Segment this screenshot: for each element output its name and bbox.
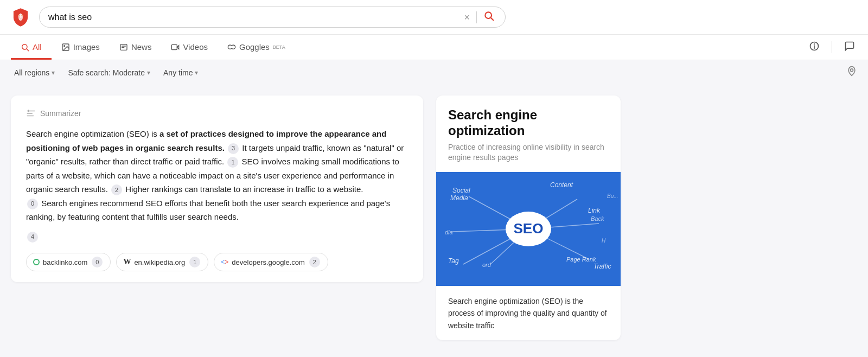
seo-diagram-svg: SEO Social Media Content Link Back Page … <box>436 172 621 286</box>
brave-logo <box>11 8 30 27</box>
svg-point-15 <box>814 43 815 44</box>
search-bar-divider <box>476 11 477 23</box>
svg-text:Traffic: Traffic <box>593 263 611 270</box>
source-backlinko[interactable]: backlinko.com 0 <box>26 253 111 271</box>
nav-divider <box>832 41 832 53</box>
svg-text:SEO: SEO <box>514 220 544 237</box>
nav-tabs: All Images News Videos GogglesBETA <box>0 35 868 60</box>
feedback-icon <box>844 41 855 52</box>
cite-badge-1[interactable]: 1 <box>227 157 238 168</box>
goggles-tab-icon <box>227 43 236 52</box>
search-bar[interactable]: × <box>39 7 506 28</box>
all-tab-icon <box>21 43 29 52</box>
right-panel: Search engine optimization Practice of i… <box>436 95 621 340</box>
source-google-cite: 2 <box>309 257 320 267</box>
svg-text:Page Rank: Page Rank <box>566 256 596 263</box>
summarizer-label: Summarizer <box>40 109 81 118</box>
time-label: Any time <box>163 68 193 77</box>
summarizer-header: Summarizer <box>26 109 408 118</box>
svg-text:Link: Link <box>588 207 601 214</box>
left-content: Summarizer Search engine optimization (S… <box>11 95 423 340</box>
svg-point-7 <box>63 45 65 46</box>
summary-p3: Higher rankings can translate to an incr… <box>125 184 363 194</box>
cite-badge-4[interactable]: 4 <box>27 232 38 243</box>
tab-goggles-label: Goggles <box>239 42 270 52</box>
svg-line-5 <box>27 49 29 51</box>
svg-text:Content: Content <box>550 181 573 189</box>
svg-point-0 <box>18 15 20 16</box>
tab-images-label: Images <box>73 42 100 52</box>
svg-rect-11 <box>172 44 177 49</box>
source-backlinko-cite: 0 <box>92 257 103 267</box>
header: × <box>0 0 868 35</box>
nav-right-icons <box>807 39 857 56</box>
videos-tab-icon <box>171 43 180 52</box>
source-wikipedia-name: en.wikipedia.org <box>134 258 185 266</box>
safe-search-filter[interactable]: Safe search: Moderate ▾ <box>65 66 154 79</box>
safe-search-label: Safe search: Moderate <box>68 68 145 77</box>
cite-badge-2[interactable]: 2 <box>111 184 122 195</box>
svg-text:Back: Back <box>591 215 604 222</box>
source-wikipedia-cite: 1 <box>189 257 200 267</box>
main-layout: Summarizer Search engine optimization (S… <box>0 85 868 351</box>
summarizer-card: Summarizer Search engine optimization (S… <box>11 95 423 282</box>
beta-badge: BETA <box>273 44 285 50</box>
google-icon: <> <box>221 258 228 266</box>
svg-text:Media: Media <box>450 194 468 202</box>
source-dot-icon <box>33 259 40 265</box>
safe-search-arrow-icon: ▾ <box>147 69 150 76</box>
svg-text:Bu...: Bu... <box>607 193 618 199</box>
regions-filter[interactable]: All regions ▾ <box>11 66 58 79</box>
tab-news-label: News <box>131 42 152 52</box>
news-tab-icon <box>119 43 128 52</box>
time-arrow-icon: ▾ <box>195 69 198 76</box>
clear-search-button[interactable]: × <box>462 12 472 22</box>
knowledge-card: Search engine optimization Practice of i… <box>436 95 621 340</box>
search-submit-button[interactable] <box>481 10 496 24</box>
knowledge-description: Search engine optimization (SEO) is the … <box>436 286 621 340</box>
summary-text: Search engine optimization (SEO) is a se… <box>26 127 408 243</box>
info-button[interactable] <box>807 39 822 56</box>
summary-p1-pre: Search engine optimization (SEO) is <box>26 129 159 138</box>
info-icon <box>809 41 820 52</box>
svg-text:Social: Social <box>452 187 470 194</box>
wikipedia-w-icon: W <box>123 258 131 266</box>
knowledge-subtitle: Practice of increasing online visibility… <box>436 142 621 172</box>
search-input[interactable] <box>48 12 457 22</box>
location-button[interactable] <box>846 66 857 79</box>
tab-all[interactable]: All <box>11 35 52 60</box>
knowledge-title: Search engine optimization <box>436 95 621 142</box>
tab-goggles[interactable]: GogglesBETA <box>218 35 295 60</box>
tab-news[interactable]: News <box>110 35 162 60</box>
cite-badge-3[interactable]: 3 <box>228 143 239 154</box>
svg-text:H: H <box>602 238 606 244</box>
tab-images[interactable]: Images <box>52 35 110 60</box>
svg-point-16 <box>851 69 853 72</box>
source-links: backlinko.com 0 W en.wikipedia.org 1 <> … <box>26 253 408 271</box>
source-wikipedia[interactable]: W en.wikipedia.org 1 <box>116 253 208 271</box>
source-google[interactable]: <> developers.google.com 2 <box>214 253 328 271</box>
feedback-button[interactable] <box>842 39 857 56</box>
svg-point-1 <box>21 15 23 16</box>
search-icon <box>483 10 494 21</box>
filter-bar: All regions ▾ Safe search: Moderate ▾ An… <box>0 60 868 85</box>
summarizer-icon <box>26 109 36 118</box>
svg-text:dia: dia <box>445 229 453 235</box>
source-google-name: developers.google.com <box>232 258 304 266</box>
tab-all-label: All <box>33 42 42 52</box>
regions-label: All regions <box>14 68 49 77</box>
images-tab-icon <box>61 43 70 52</box>
svg-line-3 <box>491 18 494 21</box>
svg-text:Tag: Tag <box>448 257 459 265</box>
location-icon <box>846 66 857 76</box>
source-backlinko-name: backlinko.com <box>43 258 87 266</box>
svg-text:ord: ord <box>482 262 492 268</box>
tab-videos-label: Videos <box>183 42 208 52</box>
regions-arrow-icon: ▾ <box>52 69 55 76</box>
summary-p4: Search engines recommend SEO efforts tha… <box>26 199 390 222</box>
knowledge-image: SEO Social Media Content Link Back Page … <box>436 172 621 286</box>
tab-videos[interactable]: Videos <box>161 35 218 60</box>
cite-badge-0[interactable]: 0 <box>27 199 38 209</box>
time-filter[interactable]: Any time ▾ <box>160 66 201 79</box>
